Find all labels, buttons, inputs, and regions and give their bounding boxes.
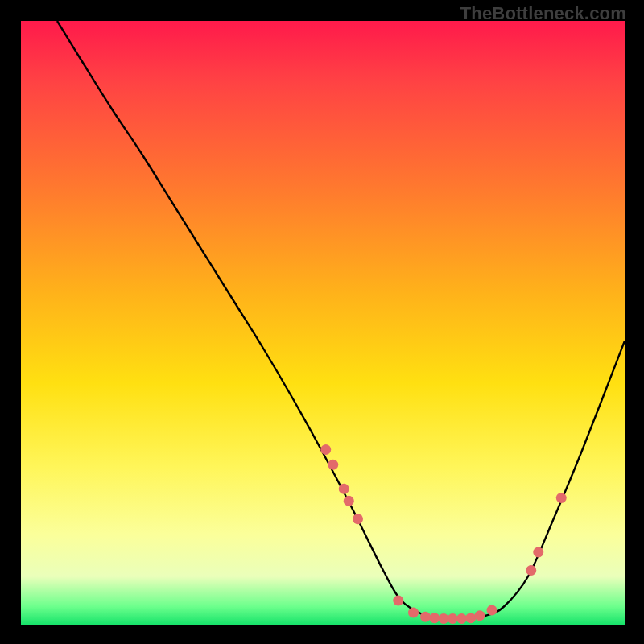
bottleneck-curve (57, 21, 625, 619)
data-marker (465, 613, 476, 623)
data-marker (487, 605, 497, 616)
data-marker (339, 484, 349, 494)
data-marker (448, 613, 458, 624)
data-marker (320, 444, 331, 455)
marker-group (320, 444, 567, 624)
chart-frame: TheBottleneck.com (0, 0, 644, 644)
data-marker (393, 596, 403, 606)
data-marker (429, 613, 440, 623)
plot-area (21, 21, 625, 625)
data-marker (556, 493, 567, 503)
data-marker (420, 612, 431, 622)
data-marker (353, 514, 363, 524)
data-marker (526, 565, 536, 576)
data-marker (533, 547, 543, 558)
data-marker (456, 613, 467, 624)
data-marker (475, 610, 485, 621)
data-marker (344, 496, 354, 506)
data-marker (408, 608, 419, 618)
data-marker (328, 460, 338, 470)
data-marker (439, 613, 449, 624)
chart-svg (21, 21, 625, 625)
